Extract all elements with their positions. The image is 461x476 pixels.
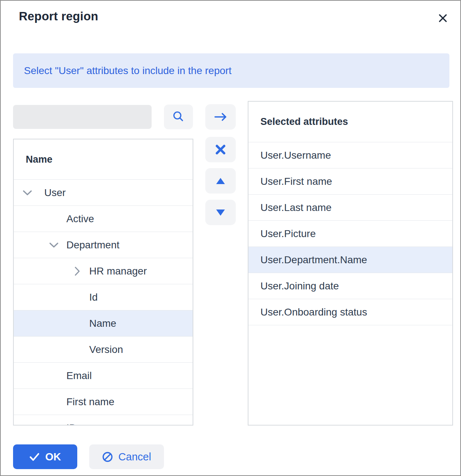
triangle-up-icon bbox=[216, 178, 225, 184]
tree-item-label: Id bbox=[89, 292, 98, 303]
search-icon bbox=[172, 110, 185, 123]
close-icon[interactable] bbox=[435, 10, 451, 26]
selected-attribute-label: User.Username bbox=[260, 150, 331, 161]
cancel-button-label: Cancel bbox=[118, 451, 151, 463]
tree-item-label: Active bbox=[66, 213, 94, 225]
tree-item-email[interactable]: Email bbox=[14, 363, 193, 389]
tree-item-label: Name bbox=[89, 318, 116, 329]
tree-item-hr-manager[interactable]: HR manager bbox=[14, 258, 193, 284]
selected-attribute-row[interactable]: User.Username bbox=[248, 142, 452, 168]
selected-attribute-label: User.Picture bbox=[260, 228, 316, 240]
tree-item-label: First name bbox=[66, 396, 114, 408]
tree-item-version[interactable]: Version bbox=[14, 337, 193, 363]
tree-item-user[interactable]: User bbox=[14, 180, 193, 206]
tree-item-active[interactable]: Active bbox=[14, 206, 193, 232]
selected-attribute-row[interactable]: User.Onboarding status bbox=[248, 299, 452, 325]
info-banner-text: Select "User" attributes to include in t… bbox=[24, 65, 231, 77]
circle-slash-icon bbox=[102, 451, 113, 463]
tree-item-label: User bbox=[44, 187, 66, 199]
tree-item-label: HR manager bbox=[89, 265, 147, 277]
tree-item-id-caps[interactable]: ID bbox=[14, 415, 193, 426]
tree-item-label: Department bbox=[66, 239, 119, 251]
tree-item-label: Version bbox=[89, 344, 123, 355]
search-input[interactable] bbox=[13, 105, 152, 129]
selected-attributes-header: Selected attributes bbox=[248, 102, 452, 142]
move-up-button[interactable] bbox=[205, 168, 236, 194]
selected-attributes-panel: Selected attributes User.Username User.F… bbox=[248, 101, 453, 426]
selected-attribute-row[interactable]: User.Picture bbox=[248, 221, 452, 247]
remove-attribute-button[interactable] bbox=[205, 137, 236, 162]
selected-attribute-label: User.Last name bbox=[260, 202, 332, 213]
arrow-right-icon bbox=[214, 112, 227, 122]
tree-item-name[interactable]: Name bbox=[14, 310, 193, 337]
move-to-selected-button[interactable] bbox=[205, 104, 236, 130]
selected-attribute-label: User.Department.Name bbox=[260, 254, 367, 266]
selected-attribute-label: User.First name bbox=[260, 176, 332, 187]
info-banner: Select "User" attributes to include in t… bbox=[13, 53, 449, 88]
x-mark-icon bbox=[438, 13, 448, 23]
selected-attribute-row[interactable]: User.Last name bbox=[248, 195, 452, 221]
dialog-title: Report region bbox=[19, 9, 98, 23]
tree-item-label: Email bbox=[66, 370, 92, 382]
selected-attribute-row[interactable]: User.First name bbox=[248, 168, 452, 195]
checkmark-icon bbox=[29, 453, 40, 461]
ok-button-label: OK bbox=[45, 451, 61, 463]
move-down-button[interactable] bbox=[205, 200, 236, 225]
tree-item-id[interactable]: Id bbox=[14, 284, 193, 310]
selected-attribute-row[interactable]: User.Joining date bbox=[248, 273, 452, 299]
chevron-right-icon[interactable] bbox=[74, 266, 80, 276]
attribute-tree-panel: Name User Active Department HR manager I… bbox=[13, 139, 193, 426]
report-region-dialog: Report region Select "User" attributes t… bbox=[0, 0, 461, 476]
ok-button[interactable]: OK bbox=[13, 444, 77, 469]
search-button[interactable] bbox=[164, 105, 193, 129]
tree-item-label: ID bbox=[66, 422, 77, 426]
tree-item-department[interactable]: Department bbox=[14, 232, 193, 258]
selected-attribute-label: User.Joining date bbox=[260, 280, 339, 292]
selected-attribute-label: User.Onboarding status bbox=[260, 306, 367, 318]
tree-item-first-name[interactable]: First name bbox=[14, 389, 193, 415]
chevron-down-icon[interactable] bbox=[49, 242, 59, 248]
chevron-down-icon[interactable] bbox=[22, 190, 32, 196]
triangle-down-icon bbox=[216, 209, 225, 216]
tree-header: Name bbox=[14, 139, 193, 180]
selected-attribute-row[interactable]: User.Department.Name bbox=[248, 247, 452, 273]
x-cross-icon bbox=[215, 144, 226, 155]
cancel-button[interactable]: Cancel bbox=[89, 444, 164, 469]
